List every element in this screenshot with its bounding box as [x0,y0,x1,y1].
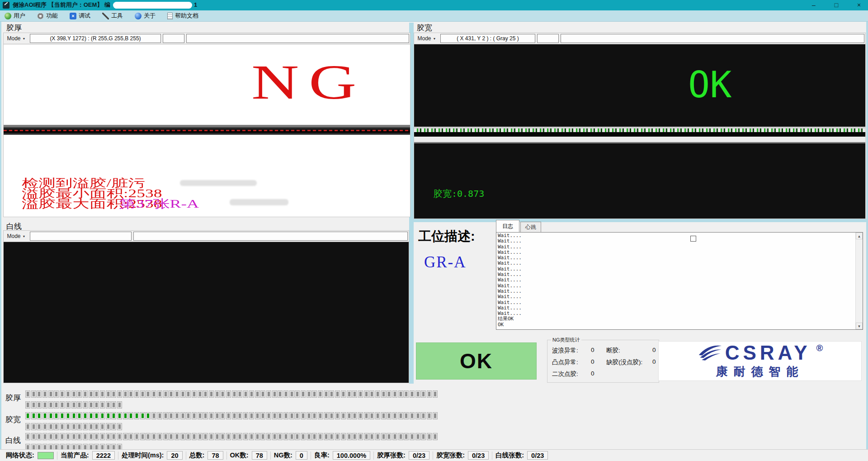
width-product-edge-image [414,127,865,143]
frame-indicator-off [370,413,374,419]
frame-indicator-off [89,433,93,440]
frame-indicator-off [347,391,351,397]
frame-indicator-off [146,433,150,440]
frame-indicator-off [141,391,145,397]
whiteline-mode-dropdown[interactable]: Mode ▼ [5,232,28,241]
ng-stat-label: 二次点胶: [552,370,591,378]
frame-tag-text: 第37张R-A [119,199,199,209]
frame-indicator-off [158,391,162,397]
frame-indicator-on [72,413,76,419]
menu-item-debug[interactable]: ×调试 [70,12,90,20]
frame-indicator-off [370,391,374,397]
frame-indicator-off [376,433,380,440]
frame-indicator-off [72,423,76,430]
log-checkbox[interactable] [690,236,696,242]
frame-indicator-off [43,391,47,397]
frame-indicator-off [427,433,431,440]
statusbar-item: 处理时间(ms):20 [118,451,186,460]
frame-indicator-off [273,433,277,440]
frame-indicator-off [421,391,425,397]
frame-indicator-off [421,433,425,440]
maximize-button[interactable]: □ [832,0,841,10]
frame-indicator-off [32,402,36,408]
logo-subtitle: 康耐德智能 [716,364,804,380]
minimize-button[interactable]: – [809,0,818,10]
left-edge-separator [0,22,1,450]
width-mode-dropdown[interactable]: Mode ▼ [415,34,439,43]
frame-indicator-off [209,413,213,419]
frame-indicator-off [347,433,351,440]
menu-item-help-doc[interactable]: 帮助文档 [167,12,198,20]
frame-indicator-off [416,391,420,397]
width-image-view[interactable]: OK 胶宽:0.873 [414,44,865,219]
log-entry: Wait.... [498,311,854,316]
frame-indicator-off [26,402,30,408]
frame-indicator-off [72,433,76,440]
frame-indicator-off [32,433,36,440]
menu-item-tools[interactable]: 工具 [102,12,123,20]
result-ok-indicator[interactable]: OK [416,342,537,380]
tab-log[interactable]: 日志 [496,220,519,232]
thickness-image-view[interactable]: NG 检测到溢胶/脏污 溢胶最小面积:2538 溢胶最大面积:2538 第37张… [4,44,410,217]
title-bar: 侧涂AOI程序 【当前用户：OEM】 编1 – □ × [0,0,868,10]
frame-indicator-off [83,391,87,397]
frame-indicator-off [335,413,340,419]
thickness-mode-dropdown[interactable]: Mode ▼ [5,34,28,43]
frame-indicator-off [295,413,299,419]
frame-indicator-off [129,433,133,440]
frame-indicator-off [387,391,391,397]
scroll-up-icon[interactable]: ▲ [856,233,863,239]
frame-indicator-off [295,433,299,440]
frame-indicator-off [244,433,248,440]
log-entry: Wait.... [498,255,854,261]
ng-stat-value: 0 [591,347,606,355]
frame-indicator-off [261,391,265,397]
tab-heartbeat[interactable]: 心跳 [520,222,541,232]
frame-indicator-off [106,402,110,408]
ng-stat-value: 0 [591,358,606,366]
debug-icon: × [70,13,76,19]
log-scrollbar[interactable]: ▲ ▼ [855,233,863,329]
whiteline-image-view[interactable] [4,242,409,383]
statusbar-item: 当前产品:2222 [57,451,118,460]
frame-indicator-off [267,391,271,397]
frame-indicator-off [353,391,357,397]
menu-item-gear[interactable]: 功能 [37,12,58,20]
frame-indicator-off [100,433,104,440]
scroll-down-icon[interactable]: ▼ [856,323,863,329]
width-toolbar: Mode ▼ ( X 431, Y 2 ) : ( Gray 25 ) [414,33,865,44]
statusbar-label: 胶厚张数: [377,451,406,460]
frame-indicator-off [54,402,58,408]
frame-indicator-off [203,433,208,440]
menu-bar: 用户功能×调试工具关于帮助文档 [0,10,868,22]
frame-indicator-off [77,391,81,397]
menu-item-about[interactable]: 关于 [135,12,156,20]
statusbar-value: 0/23 [527,451,548,460]
frame-indicator-off [301,433,305,440]
close-button[interactable]: × [854,0,863,10]
frame-indicator-off [60,433,64,440]
frame-indicator-off [404,413,408,419]
statusbar-label: 总数: [189,451,205,460]
thickness-panel-title: 胶厚 [6,23,22,33]
frame-indicator-off [26,391,30,397]
ng-stat-label: 缺胶(没点胶): [606,358,652,366]
menu-item-label: 关于 [144,12,156,20]
frame-indicator-off [26,423,30,430]
window-title-tail: 1 [194,1,197,8]
ng-stat-label: 断胶: [606,347,652,355]
frame-indicator-off [307,413,311,419]
frame-indicator-off [341,391,345,397]
frame-indicator-off [83,433,87,440]
frame-indicator-off [158,413,162,419]
title-redaction-scribble [113,2,192,9]
frame-indicator-off [43,433,47,440]
frame-indicator-off [416,413,420,419]
frame-indicator-off [152,433,156,440]
indicator-group-label: 白线 [5,435,21,446]
menu-item-user[interactable]: 用户 [5,12,25,20]
frame-indicator-off [232,433,236,440]
width-aux-box [537,34,559,43]
thickness-info-box [186,34,409,43]
chevron-down-icon: ▼ [23,235,26,238]
